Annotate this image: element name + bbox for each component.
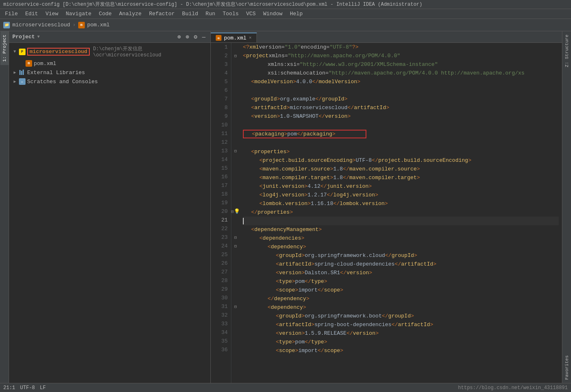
tree-item-pom[interactable]: m pom.xml — [9, 59, 210, 68]
status-bar: 21:1 UTF-8 LF https://blog.csdn.net/weix… — [0, 383, 571, 392]
gutter-23[interactable]: ⊟ — [231, 233, 240, 242]
line-num-36: 36 — [211, 345, 228, 354]
code-line-25: <groupId> org.springframework.cloud </gr… — [243, 251, 559, 260]
sidebar-tab-project[interactable]: 1: Project — [0, 31, 9, 65]
gutter-30 — [231, 294, 240, 302]
tree-item-scratches[interactable]: ✏ Scratches and Consoles — [9, 77, 210, 86]
title-text: microservice-config [D:\chenjm\开发信息\micr… — [3, 1, 422, 8]
code-line-14: <project.build.sourceEncoding> UTF-8 </p… — [243, 156, 559, 165]
panel-dropdown-icon[interactable]: ▼ — [37, 35, 40, 39]
gutter-15 — [231, 164, 240, 173]
menu-vcs[interactable]: VCS — [243, 10, 259, 18]
panel-settings-icon[interactable]: ⚙ — [192, 34, 199, 40]
nav-project[interactable]: microservicescloud — [12, 22, 70, 28]
code-line-34: <version> 1.5.9.RELEASE </version> — [243, 329, 559, 338]
gutter-31[interactable]: ⊟ — [231, 302, 240, 311]
code-line-9: <version> 1.0-SNAPSHOT </version> — [243, 112, 559, 121]
tree-label-scratches: Scratches and Consoles — [27, 79, 98, 85]
panel-collapse-icon[interactable]: ⊗ — [184, 34, 191, 40]
gutter-2[interactable]: ⊟ — [231, 51, 240, 60]
line-num-1: 1 — [211, 43, 228, 51]
line-num-11: 11 — [211, 129, 228, 138]
code-line-7: <groupId> org.example </groupId> — [243, 95, 559, 103]
editor-tab-pom[interactable]: m pom.xml × — [211, 33, 257, 42]
tree-label-root: microservicescloud — [27, 48, 90, 56]
code-line-36: <scope> import </scope> — [243, 346, 559, 355]
menu-window[interactable]: Window — [260, 10, 286, 18]
line-num-5: 5 — [211, 77, 228, 86]
code-area[interactable]: <?xml version="1.0" encoding="UTF-8" ?> … — [240, 43, 562, 383]
gutter-4 — [231, 69, 240, 77]
gutter-22 — [231, 224, 240, 233]
panel-expand-icon[interactable]: ⊕ — [176, 34, 182, 40]
menu-edit[interactable]: Edit — [22, 10, 41, 18]
nav-bar: 📁 microservicescloud › m pom.xml — [0, 19, 571, 31]
line-num-8: 8 — [211, 103, 228, 112]
line-num-21: 21 — [211, 216, 228, 224]
status-watermark: https://blog.csdn.net/weixin_43118891 — [458, 385, 568, 391]
tree-item-root[interactable]: P microservicescloud D:\chenjm\开发信息\ocr\… — [9, 44, 210, 59]
right-tab-favorites[interactable]: Favorites — [563, 352, 571, 383]
maven-icon: m — [78, 22, 85, 28]
gutter-13[interactable]: ⊟ — [231, 147, 240, 155]
tab-close-icon[interactable]: × — [249, 35, 252, 40]
code-line-15: <maven.compiler.source> 1.8 </maven.comp… — [243, 165, 559, 173]
gutter-10 — [231, 121, 240, 129]
code-line-4: xsi:schemaLocation="http://maven.apache.… — [243, 69, 559, 77]
code-line-35: <type> pom </type> — [243, 338, 559, 346]
right-sidebar: Z: Structure Favorites — [562, 31, 571, 383]
menu-build[interactable]: Build — [179, 10, 201, 18]
gutter: ⊟ ⊟ ⊟ 💡 ⊟ — [231, 43, 240, 383]
line-num-10: 10 — [211, 121, 228, 129]
fold-13-icon: ⊟ — [234, 149, 237, 154]
menu-bar: File Edit View Navigate Code Analyze Ref… — [0, 9, 571, 19]
gutter-34 — [231, 328, 240, 337]
gutter-6 — [231, 86, 240, 95]
line-num-28: 28 — [211, 276, 228, 285]
gutter-20[interactable]: ⊟ 💡 — [231, 207, 240, 216]
menu-file[interactable]: File — [2, 10, 21, 18]
line-num-23: 23 — [211, 233, 228, 242]
gutter-21 — [231, 216, 240, 224]
tree-arrow-extlibs — [12, 70, 17, 75]
libraries-icon — [19, 69, 26, 76]
gutter-24[interactable]: ⊟ — [231, 242, 240, 250]
gutter-16 — [231, 173, 240, 181]
menu-help[interactable]: Help — [287, 10, 306, 18]
menu-view[interactable]: View — [42, 10, 61, 18]
code-line-13: <properties> — [243, 147, 559, 156]
panel-hide-icon[interactable]: — — [200, 34, 207, 40]
tree-path-root: D:\chenjm\开发信息\ocr\microservicescloud — [93, 45, 207, 58]
project-tree: P microservicescloud D:\chenjm\开发信息\ocr\… — [9, 43, 210, 383]
status-encoding: UTF-8 — [20, 385, 35, 391]
code-line-2: <project xmlns="http://maven.apache.org/… — [243, 51, 559, 60]
line-num-34: 34 — [211, 328, 228, 337]
line-num-24: 24 — [211, 242, 228, 250]
project-folder-icon: 📁 — [3, 22, 10, 28]
menu-refactor[interactable]: Refactor — [146, 10, 178, 18]
right-tab-structure[interactable]: Z: Structure — [563, 31, 571, 70]
nav-file[interactable]: pom.xml — [87, 22, 110, 28]
gutter-19 — [231, 198, 240, 207]
code-line-26: <artifactId> spring-cloud-dependencies <… — [243, 260, 559, 268]
line-num-15: 15 — [211, 164, 228, 173]
line-num-32: 32 — [211, 311, 228, 320]
tab-label: pom.xml — [224, 35, 247, 41]
menu-run[interactable]: Run — [202, 10, 218, 18]
code-line-31: <dependency> — [243, 303, 559, 312]
menu-tools[interactable]: Tools — [219, 10, 242, 18]
menu-analyze[interactable]: Analyze — [116, 10, 145, 18]
tree-arrow-root — [12, 49, 17, 54]
gutter-11 — [231, 129, 240, 138]
menu-code[interactable]: Code — [96, 10, 115, 18]
code-line-8: <artifactId> microservicescloud </artifa… — [243, 103, 559, 112]
line-num-14: 14 — [211, 155, 228, 164]
fold-2-icon: ⊟ — [234, 54, 237, 58]
tab-maven-icon: m — [216, 35, 221, 41]
menu-navigate[interactable]: Navigate — [63, 10, 95, 18]
line-num-27: 27 — [211, 268, 228, 276]
tree-item-extlibs[interactable]: External Libraries — [9, 68, 210, 77]
fold-23-icon: ⊟ — [234, 235, 237, 240]
code-line-16: <maven.compiler.target> 1.8 </maven.comp… — [243, 173, 559, 182]
line-num-7: 7 — [211, 95, 228, 103]
